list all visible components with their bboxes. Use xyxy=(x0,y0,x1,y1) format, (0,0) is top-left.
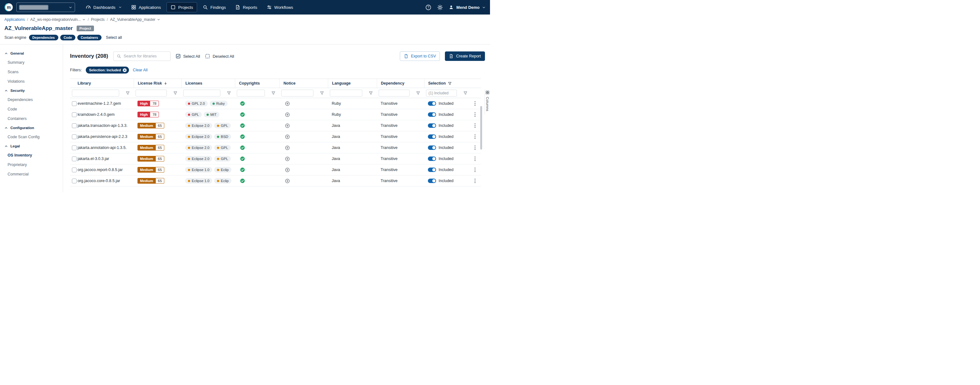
scan-engine-select-all-link[interactable]: Select all xyxy=(106,35,122,40)
library-name[interactable]: eventmachine-1.2.7.gem xyxy=(78,98,134,109)
library-name[interactable]: org.jacoco.core-0.8.5.jar xyxy=(78,176,134,186)
filter-funnel-icon[interactable] xyxy=(463,91,468,95)
sidebar-item-summary[interactable]: Summary xyxy=(0,58,63,67)
scan-engine-badge-containers[interactable]: Containers xyxy=(77,35,102,40)
add-notice-icon[interactable] xyxy=(285,168,290,172)
filter-funnel-icon[interactable] xyxy=(173,91,178,95)
filter-input-selection[interactable] xyxy=(426,89,457,97)
row-checkbox[interactable] xyxy=(72,157,76,161)
sidebar-item-proprietary[interactable]: Proprietary xyxy=(0,160,63,169)
nav-item-dashboards[interactable]: Dashboards xyxy=(82,3,126,12)
library-name[interactable]: jakarta.persistence-api-2.2.3 xyxy=(78,131,134,142)
filter-input-notice[interactable] xyxy=(281,89,313,97)
sidebar-item-commercial[interactable]: Commercial xyxy=(0,169,63,179)
row-menu-button[interactable] xyxy=(473,144,477,151)
add-notice-icon[interactable] xyxy=(285,145,290,150)
row-menu-button[interactable] xyxy=(473,100,477,107)
chevron-down-icon[interactable] xyxy=(157,18,160,21)
chevron-down-icon[interactable] xyxy=(82,18,86,21)
library-name[interactable]: org.jacoco.report-0.8.5.jar xyxy=(78,165,134,175)
remove-filter-icon[interactable] xyxy=(123,68,127,72)
filter-input-copyrights[interactable] xyxy=(237,89,265,97)
nav-item-workflows[interactable]: Workflows xyxy=(263,3,297,12)
row-menu-button[interactable] xyxy=(473,166,477,173)
filter-funnel-icon[interactable] xyxy=(126,91,130,95)
user-menu[interactable]: Mend Demo xyxy=(449,5,485,10)
filter-funnel-icon[interactable] xyxy=(227,91,231,95)
sidebar-item-dependencies[interactable]: Dependencies xyxy=(0,95,63,104)
library-name[interactable]: jakarta.el-3.0.3.jar xyxy=(78,153,134,164)
sidebar-section-title-general[interactable]: General xyxy=(0,49,63,58)
row-menu-button[interactable] xyxy=(473,122,477,129)
search-input[interactable] xyxy=(124,54,167,58)
sidebar-item-code[interactable]: Code xyxy=(0,104,63,114)
org-selector[interactable] xyxy=(16,3,75,12)
column-header-license-risk[interactable]: License Risk xyxy=(134,79,181,88)
column-header-language[interactable]: Language xyxy=(328,79,377,88)
add-notice-icon[interactable] xyxy=(285,112,290,117)
breadcrumb-item-applications[interactable]: Applications xyxy=(5,18,25,22)
export-csv-button[interactable]: Export to CSV xyxy=(400,51,440,61)
selection-toggle[interactable] xyxy=(428,112,436,117)
scan-engine-badge-code[interactable]: Code xyxy=(60,35,75,40)
create-report-button[interactable]: Create Report xyxy=(445,51,485,61)
filter-input-language[interactable] xyxy=(330,89,362,97)
column-header-licenses[interactable]: Licenses xyxy=(181,79,235,88)
selection-toggle[interactable] xyxy=(428,123,436,128)
filter-input-library[interactable] xyxy=(72,89,119,97)
add-notice-icon[interactable] xyxy=(285,134,290,139)
add-notice-icon[interactable] xyxy=(285,101,290,106)
add-notice-icon[interactable] xyxy=(285,179,290,183)
selection-toggle[interactable] xyxy=(428,168,436,172)
filter-funnel-icon[interactable] xyxy=(369,91,373,95)
sidebar-item-violations[interactable]: Violations xyxy=(0,77,63,86)
row-checkbox[interactable] xyxy=(72,179,76,183)
clear-all-link[interactable]: Clear All xyxy=(133,68,148,72)
row-menu-button[interactable] xyxy=(473,133,477,140)
selection-filter-chip[interactable]: Selection: Included xyxy=(86,67,129,73)
nav-item-applications[interactable]: Applications xyxy=(127,3,165,12)
deselect-all-button[interactable]: Deselect All xyxy=(205,54,234,59)
columns-panel-toggle[interactable]: Columns xyxy=(485,89,490,115)
sidebar-item-scans[interactable]: Scans xyxy=(0,67,63,77)
add-notice-icon[interactable] xyxy=(285,123,290,128)
filter-input-licenses[interactable] xyxy=(183,89,220,97)
selection-toggle[interactable] xyxy=(428,101,436,106)
column-header-notice[interactable]: Notice xyxy=(279,79,328,88)
row-menu-button[interactable] xyxy=(473,177,477,184)
row-menu-button[interactable] xyxy=(473,111,477,118)
library-name[interactable]: kramdown-2.4.0.gem xyxy=(78,109,134,120)
row-checkbox[interactable] xyxy=(72,101,76,106)
row-checkbox[interactable] xyxy=(72,168,76,172)
selection-toggle[interactable] xyxy=(428,145,436,150)
filter-funnel-icon[interactable] xyxy=(271,91,275,95)
help-icon[interactable]: ? xyxy=(425,5,431,10)
row-menu-button[interactable] xyxy=(473,155,477,162)
selection-toggle[interactable] xyxy=(428,179,436,183)
sidebar-item-containers[interactable]: Containers xyxy=(0,114,63,123)
column-header-library[interactable]: Library xyxy=(70,79,134,88)
library-name[interactable]: jakarta.transaction-api-1.3.3. xyxy=(78,120,134,131)
sidebar-section-title-legal[interactable]: Legal xyxy=(0,142,63,150)
filter-input-license-risk[interactable] xyxy=(135,89,167,97)
sidebar-section-title-security[interactable]: Security xyxy=(0,86,63,95)
breadcrumb-item-az-ws-repo-integration-vuln[interactable]: AZ_ws-repo-integration/vuln... xyxy=(30,18,86,22)
sidebar-item-os-inventory[interactable]: OS Inventory xyxy=(0,150,63,160)
library-name[interactable]: jakarta.annotation-api-1.3.5. xyxy=(78,142,134,153)
select-all-button[interactable]: Select All xyxy=(176,54,200,59)
filter-funnel-icon[interactable] xyxy=(416,91,420,95)
nav-item-findings[interactable]: Findings xyxy=(199,3,229,12)
selection-toggle[interactable] xyxy=(428,157,436,161)
column-header-dependency[interactable]: Dependency xyxy=(377,79,424,88)
vertical-scrollbar[interactable] xyxy=(480,106,482,150)
column-header-selection[interactable]: Selection xyxy=(424,79,471,88)
column-header-copyrights[interactable]: Copyrights xyxy=(235,79,279,88)
row-checkbox[interactable] xyxy=(72,123,76,128)
sidebar-item-code-scan-config[interactable]: Code Scan Config xyxy=(0,132,63,142)
scan-engine-badge-dependencies[interactable]: Dependencies xyxy=(29,35,58,40)
row-checkbox[interactable] xyxy=(72,112,76,117)
selection-toggle[interactable] xyxy=(428,134,436,139)
row-checkbox[interactable] xyxy=(72,134,76,139)
filter-funnel-icon[interactable] xyxy=(320,91,324,95)
add-notice-icon[interactable] xyxy=(285,157,290,161)
